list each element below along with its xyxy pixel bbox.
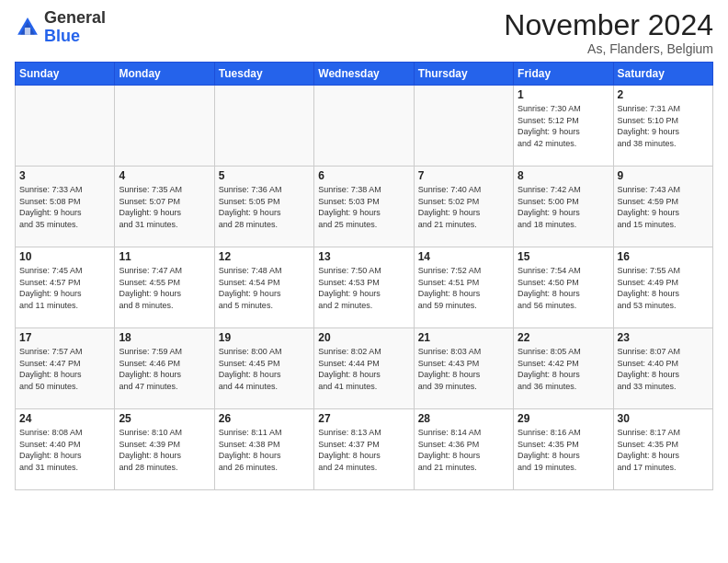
day-number: 18 (119, 331, 210, 344)
day-info: Sunrise: 8:05 AM Sunset: 4:42 PM Dayligh… (518, 346, 609, 392)
table-row: 10Sunrise: 7:45 AM Sunset: 4:57 PM Dayli… (16, 247, 115, 328)
day-info: Sunrise: 7:30 AM Sunset: 5:12 PM Dayligh… (518, 103, 609, 149)
col-tuesday: Tuesday (214, 63, 313, 86)
day-number: 10 (19, 250, 110, 263)
day-info: Sunrise: 8:00 AM Sunset: 4:45 PM Dayligh… (219, 346, 310, 392)
day-number: 20 (318, 331, 409, 344)
day-number: 8 (518, 169, 609, 182)
day-number: 21 (418, 331, 509, 344)
calendar: Sunday Monday Tuesday Wednesday Thursday… (15, 62, 713, 490)
day-info: Sunrise: 7:35 AM Sunset: 5:07 PM Dayligh… (119, 184, 210, 230)
day-info: Sunrise: 7:43 AM Sunset: 4:59 PM Dayligh… (618, 184, 709, 230)
col-friday: Friday (514, 63, 613, 86)
table-row: 17Sunrise: 7:57 AM Sunset: 4:47 PM Dayli… (16, 328, 115, 409)
table-row: 11Sunrise: 7:47 AM Sunset: 4:55 PM Dayli… (115, 247, 214, 328)
table-row: 24Sunrise: 8:08 AM Sunset: 4:40 PM Dayli… (16, 409, 115, 490)
table-row (214, 86, 313, 167)
day-info: Sunrise: 7:52 AM Sunset: 4:51 PM Dayligh… (418, 265, 509, 311)
logo-general: General (44, 8, 106, 27)
day-number: 23 (618, 331, 709, 344)
table-row: 25Sunrise: 8:10 AM Sunset: 4:39 PM Dayli… (115, 409, 214, 490)
day-info: Sunrise: 7:45 AM Sunset: 4:57 PM Dayligh… (19, 265, 110, 311)
table-row: 7Sunrise: 7:40 AM Sunset: 5:02 PM Daylig… (414, 167, 513, 247)
table-row: 14Sunrise: 7:52 AM Sunset: 4:51 PM Dayli… (414, 247, 513, 328)
table-row: 16Sunrise: 7:55 AM Sunset: 4:49 PM Dayli… (613, 247, 712, 328)
table-row: 13Sunrise: 7:50 AM Sunset: 4:53 PM Dayli… (314, 247, 414, 328)
table-row: 30Sunrise: 8:17 AM Sunset: 4:35 PM Dayli… (613, 409, 712, 490)
day-info: Sunrise: 7:47 AM Sunset: 4:55 PM Dayligh… (119, 265, 210, 311)
day-info: Sunrise: 7:33 AM Sunset: 5:08 PM Dayligh… (19, 184, 110, 230)
day-info: Sunrise: 7:48 AM Sunset: 4:54 PM Dayligh… (219, 265, 310, 311)
table-row: 19Sunrise: 8:00 AM Sunset: 4:45 PM Dayli… (214, 328, 313, 409)
day-number: 7 (418, 169, 509, 182)
day-number: 22 (518, 331, 609, 344)
table-row: 2Sunrise: 7:31 AM Sunset: 5:10 PM Daylig… (613, 86, 712, 167)
table-row: 27Sunrise: 8:13 AM Sunset: 4:37 PM Dayli… (314, 409, 414, 490)
table-row: 22Sunrise: 8:05 AM Sunset: 4:42 PM Dayli… (514, 328, 613, 409)
header-row: General Blue November 2024 As, Flanders,… (15, 9, 713, 56)
day-number: 24 (19, 412, 110, 425)
day-info: Sunrise: 8:13 AM Sunset: 4:37 PM Dayligh… (318, 427, 409, 473)
day-number: 6 (318, 169, 409, 182)
svg-rect-2 (25, 28, 30, 35)
day-number: 30 (618, 412, 709, 425)
day-info: Sunrise: 7:40 AM Sunset: 5:02 PM Dayligh… (418, 184, 509, 230)
day-info: Sunrise: 8:11 AM Sunset: 4:38 PM Dayligh… (219, 427, 310, 473)
day-info: Sunrise: 8:16 AM Sunset: 4:35 PM Dayligh… (518, 427, 609, 473)
table-row: 5Sunrise: 7:36 AM Sunset: 5:05 PM Daylig… (214, 167, 313, 247)
day-number: 11 (119, 250, 210, 263)
table-row (16, 86, 115, 167)
table-row: 26Sunrise: 8:11 AM Sunset: 4:38 PM Dayli… (214, 409, 313, 490)
table-row: 9Sunrise: 7:43 AM Sunset: 4:59 PM Daylig… (613, 167, 712, 247)
day-info: Sunrise: 7:36 AM Sunset: 5:05 PM Dayligh… (219, 184, 310, 230)
calendar-week-row: 1Sunrise: 7:30 AM Sunset: 5:12 PM Daylig… (16, 86, 713, 167)
table-row: 12Sunrise: 7:48 AM Sunset: 4:54 PM Dayli… (214, 247, 313, 328)
day-number: 5 (219, 169, 310, 182)
logo-blue: Blue (44, 27, 80, 45)
day-number: 2 (618, 88, 709, 101)
day-number: 1 (518, 88, 609, 101)
day-info: Sunrise: 7:55 AM Sunset: 4:49 PM Dayligh… (618, 265, 709, 311)
day-number: 17 (19, 331, 110, 344)
day-number: 19 (219, 331, 310, 344)
day-info: Sunrise: 7:57 AM Sunset: 4:47 PM Dayligh… (19, 346, 110, 392)
col-monday: Monday (115, 63, 214, 86)
day-number: 4 (119, 169, 210, 182)
table-row: 28Sunrise: 8:14 AM Sunset: 4:36 PM Dayli… (414, 409, 513, 490)
day-number: 27 (318, 412, 409, 425)
calendar-header-row: Sunday Monday Tuesday Wednesday Thursday… (16, 63, 713, 86)
calendar-week-row: 24Sunrise: 8:08 AM Sunset: 4:40 PM Dayli… (16, 409, 713, 490)
table-row: 6Sunrise: 7:38 AM Sunset: 5:03 PM Daylig… (314, 167, 414, 247)
col-thursday: Thursday (414, 63, 513, 86)
day-info: Sunrise: 7:31 AM Sunset: 5:10 PM Dayligh… (618, 103, 709, 149)
day-info: Sunrise: 8:03 AM Sunset: 4:43 PM Dayligh… (418, 346, 509, 392)
title-block: November 2024 As, Flanders, Belgium (504, 9, 713, 56)
table-row (314, 86, 414, 167)
col-wednesday: Wednesday (314, 63, 414, 86)
col-saturday: Saturday (613, 63, 712, 86)
location: As, Flanders, Belgium (504, 41, 713, 56)
day-info: Sunrise: 8:02 AM Sunset: 4:44 PM Dayligh… (318, 346, 409, 392)
day-number: 14 (418, 250, 509, 263)
table-row: 29Sunrise: 8:16 AM Sunset: 4:35 PM Dayli… (514, 409, 613, 490)
table-row: 8Sunrise: 7:42 AM Sunset: 5:00 PM Daylig… (514, 167, 613, 247)
day-info: Sunrise: 7:50 AM Sunset: 4:53 PM Dayligh… (318, 265, 409, 311)
day-number: 15 (518, 250, 609, 263)
day-info: Sunrise: 7:38 AM Sunset: 5:03 PM Dayligh… (318, 184, 409, 230)
calendar-week-row: 17Sunrise: 7:57 AM Sunset: 4:47 PM Dayli… (16, 328, 713, 409)
day-number: 13 (318, 250, 409, 263)
day-info: Sunrise: 8:08 AM Sunset: 4:40 PM Dayligh… (19, 427, 110, 473)
day-number: 12 (219, 250, 310, 263)
table-row (414, 86, 513, 167)
day-number: 3 (19, 169, 110, 182)
table-row: 4Sunrise: 7:35 AM Sunset: 5:07 PM Daylig… (115, 167, 214, 247)
day-info: Sunrise: 7:59 AM Sunset: 4:46 PM Dayligh… (119, 346, 210, 392)
table-row: 23Sunrise: 8:07 AM Sunset: 4:40 PM Dayli… (613, 328, 712, 409)
table-row: 3Sunrise: 7:33 AM Sunset: 5:08 PM Daylig… (16, 167, 115, 247)
calendar-week-row: 10Sunrise: 7:45 AM Sunset: 4:57 PM Dayli… (16, 247, 713, 328)
day-number: 28 (418, 412, 509, 425)
day-info: Sunrise: 7:54 AM Sunset: 4:50 PM Dayligh… (518, 265, 609, 311)
month-title: November 2024 (504, 9, 713, 41)
day-number: 9 (618, 169, 709, 182)
table-row (115, 86, 214, 167)
